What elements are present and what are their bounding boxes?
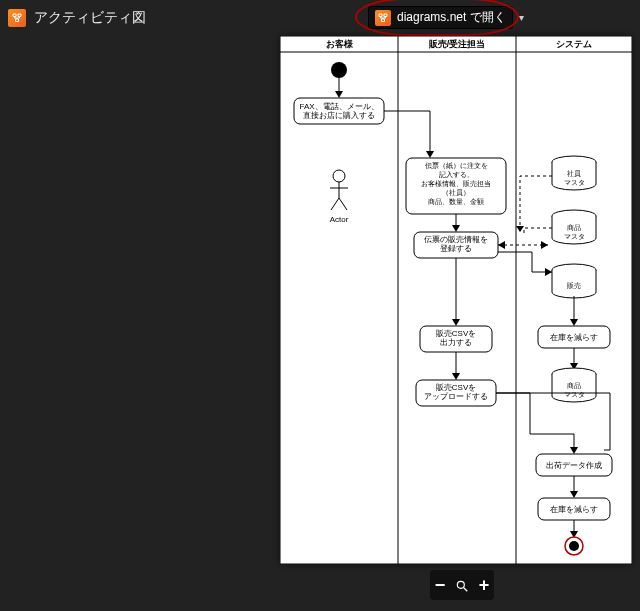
open-in-diagrams-button[interactable]: diagrams.net で開く: [368, 6, 513, 29]
zoom-toolbar: − +: [430, 570, 494, 600]
actor-label: Actor: [330, 215, 349, 224]
lane-header-sales: 販売/受注担当: [428, 39, 486, 49]
zoom-reset-button[interactable]: [455, 578, 469, 592]
page-title: アクティビティ図: [34, 9, 146, 27]
svg-point-40: [569, 541, 579, 551]
zoom-in-button[interactable]: +: [479, 576, 490, 594]
app-logo-icon: [8, 9, 26, 27]
db-product-2: 商品マスタ: [552, 368, 596, 402]
db-staff: 社員マスタ: [552, 156, 596, 190]
svg-point-41: [457, 581, 464, 588]
diagram-canvas[interactable]: お客様 販売/受注担当 システム FAX、電話、メール、直接お店に購入する Ac…: [280, 36, 632, 564]
zoom-out-button[interactable]: −: [435, 576, 446, 594]
svg-text:販売: 販売: [567, 282, 581, 289]
node-fill-slip-text: 伝票（紙）に注文を記入する。お客様情報、販売担当（社員）商品、数量、金額: [421, 162, 491, 206]
node-export-csv-text: 販売CSVを出力する: [436, 329, 476, 347]
start-node: [331, 62, 347, 78]
top-bar: アクティビティ図 diagrams.net で開く ▾: [0, 0, 640, 36]
lane-header-system: システム: [556, 39, 592, 49]
lane-header-customer: お客様: [326, 39, 354, 49]
db-product-1: 商品マスタ: [552, 210, 596, 244]
db-sales: 販売: [552, 264, 596, 298]
node-customer-action-text: FAX、電話、メール、直接お店に購入する: [299, 102, 378, 120]
open-dropdown-caret[interactable]: ▾: [513, 7, 531, 29]
diagrams-logo-icon: [375, 10, 391, 26]
node-create-shipment-text: 出荷データ作成: [546, 461, 602, 470]
open-button-label: diagrams.net で開く: [397, 9, 506, 26]
node-reduce-stock-1-text: 在庫を減らす: [550, 333, 598, 342]
svg-line-42: [464, 588, 468, 592]
node-reduce-stock-2-text: 在庫を減らす: [550, 505, 598, 514]
